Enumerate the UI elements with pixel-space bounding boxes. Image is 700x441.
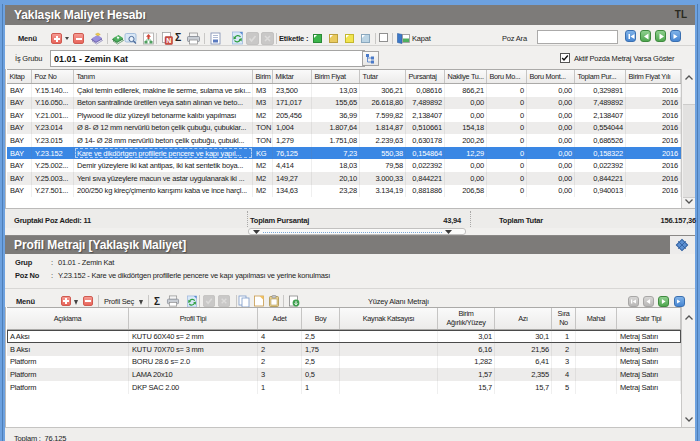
svg-text:N: N bbox=[166, 37, 171, 44]
